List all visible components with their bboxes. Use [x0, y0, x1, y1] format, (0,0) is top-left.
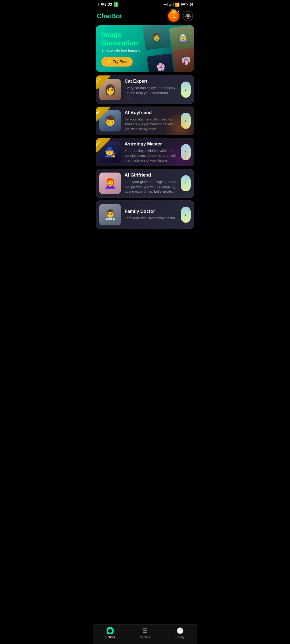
try-free-label: Try Free	[113, 60, 127, 64]
bot-name-cat-expert: Cat Expert	[125, 79, 177, 84]
wand-icon: ✨	[107, 60, 111, 64]
bot-info-cat-expert: Cat Expert Every cat has its own persona…	[125, 79, 177, 100]
hd-badge: HD	[163, 3, 168, 6]
signal-bars	[169, 3, 173, 6]
bot-info-astrology-master: Astrology Master Your destiny is hidden …	[125, 141, 177, 163]
banner-title: Image Generation	[101, 31, 189, 47]
bot-avatar-family-doctor: 👨‍⚕️	[99, 204, 121, 225]
settings-button[interactable]	[183, 11, 193, 21]
header-right: VIP ✦	[168, 10, 193, 22]
bot-list: New 👩 Cat Expert Every cat has its own p…	[93, 75, 197, 229]
app-header: ChatBot VIP ✦	[93, 8, 197, 25]
bot-card-ai-boyfriend[interactable]: New 👦 AI Boyfriend I'm your boyfriend. N…	[96, 107, 194, 135]
new-badge-corner-3: New	[96, 138, 110, 152]
title-bot: Bot	[111, 12, 122, 20]
scroll-content: 👩 🧝‍♀️ 🌸 👘 Image Generation Turn words i…	[93, 25, 197, 250]
bot-arrow-ai-boyfriend[interactable]: ›	[181, 113, 191, 129]
app-title: ChatBot	[97, 12, 122, 20]
vip-label: VIP	[172, 16, 176, 19]
status-bar: 下午3:33 ⬇ HD 📶 56	[93, 0, 197, 8]
svg-point-0	[187, 16, 189, 17]
bot-desc-ai-girlfriend: I am your girlfriend Lingling, and I can…	[125, 180, 177, 194]
title-chat: Chat	[97, 12, 111, 20]
bot-card-cat-expert[interactable]: New 👩 Cat Expert Every cat has its own p…	[96, 75, 194, 104]
bot-arrow-ai-girlfriend[interactable]: ›	[181, 175, 191, 191]
bot-desc-family-doctor: I am your exclusive family doctor.	[125, 216, 177, 221]
status-time: 下午3:33	[97, 2, 112, 7]
bot-card-astrology-master[interactable]: New 🧙 Astrology Master Your destiny is h…	[96, 138, 194, 167]
sparkle-icon: ✦	[177, 10, 180, 13]
image-generation-banner[interactable]: 👩 🧝‍♀️ 🌸 👘 Image Generation Turn words i…	[96, 25, 194, 72]
new-badge-corner-2: New	[96, 107, 110, 121]
bot-card-family-doctor[interactable]: 👨‍⚕️ Family Doctor I am your exclusive f…	[96, 200, 194, 229]
banner-subtitle: Turn words into images	[101, 49, 189, 53]
status-right: HD 📶 56	[163, 2, 193, 7]
bot-desc-ai-boyfriend: I'm your boyfriend. No need for sweet ta…	[125, 117, 177, 132]
bot-avatar-ai-girlfriend: 👩‍🦰	[99, 173, 121, 194]
bot-arrow-family-doctor[interactable]: ›	[181, 207, 191, 223]
bot-desc-astrology-master: Your destiny is hidden within the conste…	[125, 148, 177, 163]
bot-info-family-doctor: Family Doctor I am your exclusive family…	[125, 209, 177, 221]
wifi-icon: 📶	[175, 2, 180, 7]
bot-name-ai-boyfriend: AI Boyfriend	[125, 110, 177, 115]
banner-content: Image Generation Turn words into images …	[101, 31, 189, 67]
bot-card-ai-girlfriend[interactable]: 👩‍🦰 AI Girlfriend I am your girlfriend L…	[96, 169, 194, 198]
battery-level: 56	[190, 3, 193, 6]
vip-button[interactable]: VIP ✦	[168, 10, 180, 22]
status-left: 下午3:33 ⬇	[97, 2, 118, 7]
battery	[181, 3, 188, 6]
try-free-button[interactable]: ✨ Try Free	[101, 57, 133, 67]
bot-name-ai-girlfriend: AI Girlfriend	[125, 173, 177, 178]
bot-name-family-doctor: Family Doctor	[125, 209, 177, 214]
new-badge-corner-1: New	[96, 75, 110, 89]
bot-info-ai-boyfriend: AI Boyfriend I'm your boyfriend. No need…	[125, 110, 177, 132]
bot-info-ai-girlfriend: AI Girlfriend I am your girlfriend Lingl…	[125, 173, 177, 194]
bot-name-astrology-master: Astrology Master	[125, 141, 177, 147]
bot-arrow-astrology-master[interactable]: ›	[181, 144, 191, 160]
download-icon: ⬇	[114, 2, 118, 7]
bot-arrow-cat-expert[interactable]: ›	[181, 82, 191, 98]
bot-desc-cat-expert: Every cat has its own personality. Let m…	[125, 86, 177, 100]
